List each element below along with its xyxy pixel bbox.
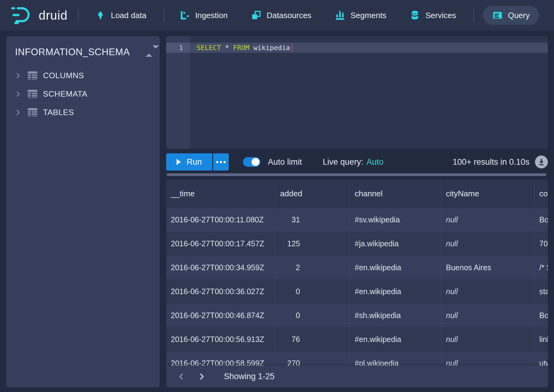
cell-cityname[interactable]: null [441, 304, 535, 327]
more-icon [216, 161, 218, 163]
cell-comment[interactable]: link [535, 328, 548, 351]
column-header-added[interactable]: added [275, 179, 350, 208]
nav-item-services[interactable]: Services [404, 6, 462, 25]
nav-item-label: Query [508, 11, 530, 20]
results-panel: __time added channel cityName comment 20… [166, 179, 548, 387]
query-icon [492, 10, 503, 21]
cell-cityname[interactable]: null [441, 328, 535, 351]
chevron-right-icon [14, 110, 20, 115]
run-more-options-button[interactable] [212, 153, 229, 171]
cell-added[interactable]: 76 [275, 328, 350, 351]
cell-channel[interactable]: #sv.wikipedia [350, 208, 441, 232]
horizontal-scrollbar-thumb[interactable] [167, 173, 546, 176]
tree-item-label: COLUMNS [43, 71, 84, 80]
cell-comment[interactable]: stat [535, 280, 548, 303]
horizontal-scrollbar [167, 173, 548, 176]
results-table-header: __time added channel cityName comment [166, 179, 548, 208]
cell-added[interactable]: 0 [275, 280, 350, 303]
results-table: __time added channel cityName comment 20… [166, 179, 548, 375]
showing-range-label: Showing 1-25 [224, 372, 275, 381]
cell-time[interactable]: 2016-06-27T00:00:46.874Z [166, 304, 275, 327]
cell-channel[interactable]: #ja.wikipedia [350, 232, 441, 256]
run-button-label: Run [187, 157, 202, 167]
chevron-left-icon [179, 373, 185, 380]
tree-item-schemata[interactable]: SCHEMATA [6, 85, 160, 103]
table-row: 2016-06-27T00:00:46.874Z 0 #sh.wikipedia… [166, 303, 548, 327]
top-navbar: druid Load data Ingestion [0, 0, 554, 31]
nav-item-label: Ingestion [195, 11, 228, 20]
column-header-cityname[interactable]: cityName [441, 179, 535, 208]
schema-sidebar: INFORMATION_SCHEMA COLUMNS [6, 36, 160, 387]
nav-item-datasources[interactable]: Datasources [245, 6, 318, 25]
column-header-channel[interactable]: channel [350, 179, 441, 208]
run-button-group: Run [166, 153, 229, 171]
cell-channel[interactable]: #en.wikipedia [350, 328, 441, 351]
results-summary: 100+ results in 0.10s [453, 157, 529, 167]
nav-item-load-data[interactable]: Load data [89, 6, 153, 25]
toolbar-right: 100+ results in 0.10s [453, 156, 548, 168]
table-icon [27, 71, 38, 80]
sql-keyword: FROM [233, 44, 249, 52]
cell-comment[interactable]: Bots [535, 208, 548, 232]
chevron-right-icon [14, 73, 20, 78]
cell-comment[interactable]: 70. [535, 232, 548, 256]
cell-cityname[interactable]: null [441, 280, 535, 303]
nav-divider [473, 9, 474, 22]
live-query-label: Live query: [323, 157, 363, 167]
chevron-right-icon [14, 91, 20, 97]
services-icon [410, 10, 420, 21]
cell-cityname[interactable]: null [441, 208, 535, 232]
cell-added[interactable]: 125 [275, 232, 350, 256]
nav-item-label: Segments [350, 11, 386, 20]
download-button[interactable] [535, 156, 548, 168]
cell-comment[interactable]: Bot [535, 304, 548, 327]
cell-comment[interactable]: /* S [535, 256, 548, 279]
cell-time[interactable]: 2016-06-27T00:00:11.080Z [166, 208, 275, 232]
results-table-body: 2016-06-27T00:00:11.080Z 31 #sv.wikipedi… [166, 208, 548, 375]
cell-cityname[interactable]: Buenos Aires [441, 256, 535, 279]
pagination-footer: Showing 1-25 [166, 366, 548, 387]
column-header-comment[interactable]: comment [535, 179, 548, 208]
tree-item-columns[interactable]: COLUMNS [6, 66, 160, 85]
cell-time[interactable]: 2016-06-27T00:00:36.027Z [166, 280, 275, 303]
table-icon [27, 108, 38, 117]
auto-limit-label: Auto limit [268, 157, 302, 167]
sql-keyword: SELECT [197, 44, 221, 52]
sql-table-name: wikipedia [253, 44, 290, 52]
sql-editor[interactable]: 1 SELECT * FROM wikipedia [166, 36, 548, 149]
upload-icon [95, 10, 106, 21]
table-row: 2016-06-27T00:00:36.027Z 0 #en.wikipedia… [166, 279, 548, 303]
cell-added[interactable]: 31 [275, 208, 350, 232]
nav-divider [78, 9, 79, 22]
schema-header: INFORMATION_SCHEMA [6, 36, 160, 64]
cell-cityname[interactable]: null [441, 232, 535, 256]
tree-item-label: SCHEMATA [43, 89, 88, 99]
nav-item-ingestion[interactable]: Ingestion [174, 6, 234, 25]
auto-limit-toggle[interactable] [243, 157, 260, 167]
live-query-value[interactable]: Auto [366, 157, 384, 167]
cell-time[interactable]: 2016-06-27T00:00:56.913Z [166, 328, 275, 351]
chevron-right-icon [197, 373, 204, 380]
cell-time[interactable]: 2016-06-27T00:00:34.959Z [166, 256, 275, 279]
cell-channel[interactable]: #sh.wikipedia [350, 304, 441, 327]
tree-item-tables[interactable]: TABLES [6, 103, 160, 121]
nav-item-label: Load data [111, 11, 146, 20]
cell-channel[interactable]: #en.wikipedia [350, 256, 441, 279]
cell-channel[interactable]: #en.wikipedia [350, 280, 441, 303]
cell-added[interactable]: 2 [275, 256, 350, 279]
double-caret-vertical-icon[interactable] [146, 48, 153, 54]
previous-page-button[interactable] [175, 370, 189, 383]
nav-item-segments[interactable]: Segments [329, 6, 392, 25]
cell-time[interactable]: 2016-06-27T00:00:17.457Z [166, 232, 275, 256]
nav-item-query[interactable]: Query [483, 6, 539, 25]
table-row: 2016-06-27T00:00:56.913Z 76 #en.wikipedi… [166, 327, 548, 351]
druid-logo[interactable]: druid [11, 6, 68, 24]
table-row: 2016-06-27T00:00:17.457Z 125 #ja.wikiped… [166, 232, 548, 256]
ingestion-icon [180, 10, 190, 21]
nav-items: Load data Ingestion Datasources [89, 6, 539, 25]
column-header-time[interactable]: __time [166, 179, 275, 208]
cell-added[interactable]: 0 [275, 304, 350, 327]
table-row: 2016-06-27T00:00:11.080Z 31 #sv.wikipedi… [166, 208, 548, 232]
next-page-button[interactable] [194, 370, 207, 383]
run-button[interactable]: Run [166, 153, 212, 171]
